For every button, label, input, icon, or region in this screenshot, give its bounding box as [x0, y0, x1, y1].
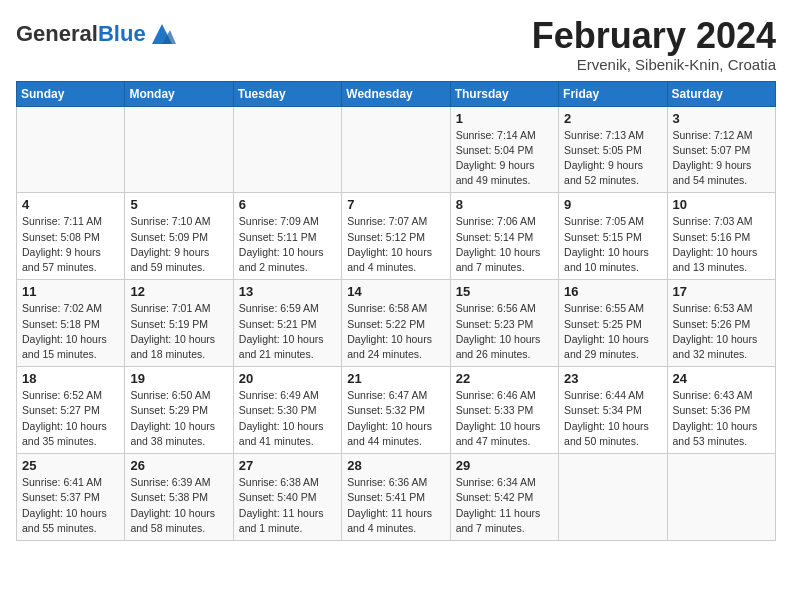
day-number: 14: [347, 284, 444, 299]
calendar-cell: 13Sunrise: 6:59 AM Sunset: 5:21 PM Dayli…: [233, 280, 341, 367]
weekday-header: Sunday: [17, 81, 125, 106]
weekday-header: Tuesday: [233, 81, 341, 106]
day-detail: Sunrise: 7:06 AM Sunset: 5:14 PM Dayligh…: [456, 214, 553, 275]
day-detail: Sunrise: 7:05 AM Sunset: 5:15 PM Dayligh…: [564, 214, 661, 275]
calendar-cell: 27Sunrise: 6:38 AM Sunset: 5:40 PM Dayli…: [233, 454, 341, 541]
day-number: 20: [239, 371, 336, 386]
day-number: 18: [22, 371, 119, 386]
day-detail: Sunrise: 6:58 AM Sunset: 5:22 PM Dayligh…: [347, 301, 444, 362]
day-detail: Sunrise: 7:14 AM Sunset: 5:04 PM Dayligh…: [456, 128, 553, 189]
calendar-cell: 10Sunrise: 7:03 AM Sunset: 5:16 PM Dayli…: [667, 193, 775, 280]
day-detail: Sunrise: 6:34 AM Sunset: 5:42 PM Dayligh…: [456, 475, 553, 536]
calendar-cell: 20Sunrise: 6:49 AM Sunset: 5:30 PM Dayli…: [233, 367, 341, 454]
day-number: 22: [456, 371, 553, 386]
calendar-cell: 5Sunrise: 7:10 AM Sunset: 5:09 PM Daylig…: [125, 193, 233, 280]
calendar-cell: 26Sunrise: 6:39 AM Sunset: 5:38 PM Dayli…: [125, 454, 233, 541]
calendar-cell: 19Sunrise: 6:50 AM Sunset: 5:29 PM Dayli…: [125, 367, 233, 454]
day-detail: Sunrise: 6:43 AM Sunset: 5:36 PM Dayligh…: [673, 388, 770, 449]
location: Ervenik, Sibenik-Knin, Croatia: [532, 56, 776, 73]
day-number: 11: [22, 284, 119, 299]
day-number: 8: [456, 197, 553, 212]
day-number: 27: [239, 458, 336, 473]
day-detail: Sunrise: 6:56 AM Sunset: 5:23 PM Dayligh…: [456, 301, 553, 362]
day-number: 13: [239, 284, 336, 299]
calendar-week-row: 18Sunrise: 6:52 AM Sunset: 5:27 PM Dayli…: [17, 367, 776, 454]
day-number: 17: [673, 284, 770, 299]
day-number: 15: [456, 284, 553, 299]
day-detail: Sunrise: 6:39 AM Sunset: 5:38 PM Dayligh…: [130, 475, 227, 536]
calendar-cell: 22Sunrise: 6:46 AM Sunset: 5:33 PM Dayli…: [450, 367, 558, 454]
calendar-cell: [233, 106, 341, 193]
calendar-cell: 2Sunrise: 7:13 AM Sunset: 5:05 PM Daylig…: [559, 106, 667, 193]
day-number: 19: [130, 371, 227, 386]
day-number: 16: [564, 284, 661, 299]
calendar-cell: 9Sunrise: 7:05 AM Sunset: 5:15 PM Daylig…: [559, 193, 667, 280]
calendar-cell: 25Sunrise: 6:41 AM Sunset: 5:37 PM Dayli…: [17, 454, 125, 541]
day-detail: Sunrise: 6:38 AM Sunset: 5:40 PM Dayligh…: [239, 475, 336, 536]
day-number: 12: [130, 284, 227, 299]
day-detail: Sunrise: 7:02 AM Sunset: 5:18 PM Dayligh…: [22, 301, 119, 362]
header: GeneralBlue February 2024 Ervenik, Siben…: [16, 16, 776, 73]
calendar-cell: [125, 106, 233, 193]
calendar-cell: 8Sunrise: 7:06 AM Sunset: 5:14 PM Daylig…: [450, 193, 558, 280]
day-detail: Sunrise: 7:09 AM Sunset: 5:11 PM Dayligh…: [239, 214, 336, 275]
calendar-cell: 29Sunrise: 6:34 AM Sunset: 5:42 PM Dayli…: [450, 454, 558, 541]
calendar-cell: 17Sunrise: 6:53 AM Sunset: 5:26 PM Dayli…: [667, 280, 775, 367]
calendar-week-row: 1Sunrise: 7:14 AM Sunset: 5:04 PM Daylig…: [17, 106, 776, 193]
day-detail: Sunrise: 6:59 AM Sunset: 5:21 PM Dayligh…: [239, 301, 336, 362]
day-detail: Sunrise: 6:47 AM Sunset: 5:32 PM Dayligh…: [347, 388, 444, 449]
day-detail: Sunrise: 7:11 AM Sunset: 5:08 PM Dayligh…: [22, 214, 119, 275]
day-number: 7: [347, 197, 444, 212]
logo: GeneralBlue: [16, 20, 176, 48]
calendar-cell: 28Sunrise: 6:36 AM Sunset: 5:41 PM Dayli…: [342, 454, 450, 541]
calendar-cell: 12Sunrise: 7:01 AM Sunset: 5:19 PM Dayli…: [125, 280, 233, 367]
day-detail: Sunrise: 6:36 AM Sunset: 5:41 PM Dayligh…: [347, 475, 444, 536]
weekday-header: Wednesday: [342, 81, 450, 106]
calendar-cell: 3Sunrise: 7:12 AM Sunset: 5:07 PM Daylig…: [667, 106, 775, 193]
calendar-cell: 11Sunrise: 7:02 AM Sunset: 5:18 PM Dayli…: [17, 280, 125, 367]
calendar-cell: [342, 106, 450, 193]
day-detail: Sunrise: 6:52 AM Sunset: 5:27 PM Dayligh…: [22, 388, 119, 449]
day-number: 6: [239, 197, 336, 212]
calendar-cell: 1Sunrise: 7:14 AM Sunset: 5:04 PM Daylig…: [450, 106, 558, 193]
day-detail: Sunrise: 6:44 AM Sunset: 5:34 PM Dayligh…: [564, 388, 661, 449]
calendar-week-row: 11Sunrise: 7:02 AM Sunset: 5:18 PM Dayli…: [17, 280, 776, 367]
day-number: 2: [564, 111, 661, 126]
calendar-cell: [17, 106, 125, 193]
day-number: 29: [456, 458, 553, 473]
day-detail: Sunrise: 6:46 AM Sunset: 5:33 PM Dayligh…: [456, 388, 553, 449]
calendar-cell: 14Sunrise: 6:58 AM Sunset: 5:22 PM Dayli…: [342, 280, 450, 367]
weekday-header: Thursday: [450, 81, 558, 106]
day-detail: Sunrise: 6:49 AM Sunset: 5:30 PM Dayligh…: [239, 388, 336, 449]
calendar-cell: 15Sunrise: 6:56 AM Sunset: 5:23 PM Dayli…: [450, 280, 558, 367]
calendar-cell: 4Sunrise: 7:11 AM Sunset: 5:08 PM Daylig…: [17, 193, 125, 280]
calendar-cell: [667, 454, 775, 541]
day-number: 3: [673, 111, 770, 126]
calendar-cell: 16Sunrise: 6:55 AM Sunset: 5:25 PM Dayli…: [559, 280, 667, 367]
day-number: 1: [456, 111, 553, 126]
day-number: 5: [130, 197, 227, 212]
day-detail: Sunrise: 7:12 AM Sunset: 5:07 PM Dayligh…: [673, 128, 770, 189]
weekday-header-row: SundayMondayTuesdayWednesdayThursdayFrid…: [17, 81, 776, 106]
month-title: February 2024: [532, 16, 776, 56]
day-detail: Sunrise: 7:03 AM Sunset: 5:16 PM Dayligh…: [673, 214, 770, 275]
day-detail: Sunrise: 7:10 AM Sunset: 5:09 PM Dayligh…: [130, 214, 227, 275]
calendar-cell: 21Sunrise: 6:47 AM Sunset: 5:32 PM Dayli…: [342, 367, 450, 454]
day-detail: Sunrise: 7:01 AM Sunset: 5:19 PM Dayligh…: [130, 301, 227, 362]
logo-blue-text: Blue: [98, 21, 146, 46]
day-number: 25: [22, 458, 119, 473]
logo-icon: [148, 20, 176, 48]
day-detail: Sunrise: 6:55 AM Sunset: 5:25 PM Dayligh…: [564, 301, 661, 362]
calendar-cell: [559, 454, 667, 541]
day-detail: Sunrise: 6:50 AM Sunset: 5:29 PM Dayligh…: [130, 388, 227, 449]
day-number: 9: [564, 197, 661, 212]
day-number: 4: [22, 197, 119, 212]
day-number: 26: [130, 458, 227, 473]
weekday-header: Friday: [559, 81, 667, 106]
day-detail: Sunrise: 6:53 AM Sunset: 5:26 PM Dayligh…: [673, 301, 770, 362]
calendar-week-row: 25Sunrise: 6:41 AM Sunset: 5:37 PM Dayli…: [17, 454, 776, 541]
weekday-header: Monday: [125, 81, 233, 106]
day-number: 21: [347, 371, 444, 386]
day-detail: Sunrise: 7:13 AM Sunset: 5:05 PM Dayligh…: [564, 128, 661, 189]
title-block: February 2024 Ervenik, Sibenik-Knin, Cro…: [532, 16, 776, 73]
